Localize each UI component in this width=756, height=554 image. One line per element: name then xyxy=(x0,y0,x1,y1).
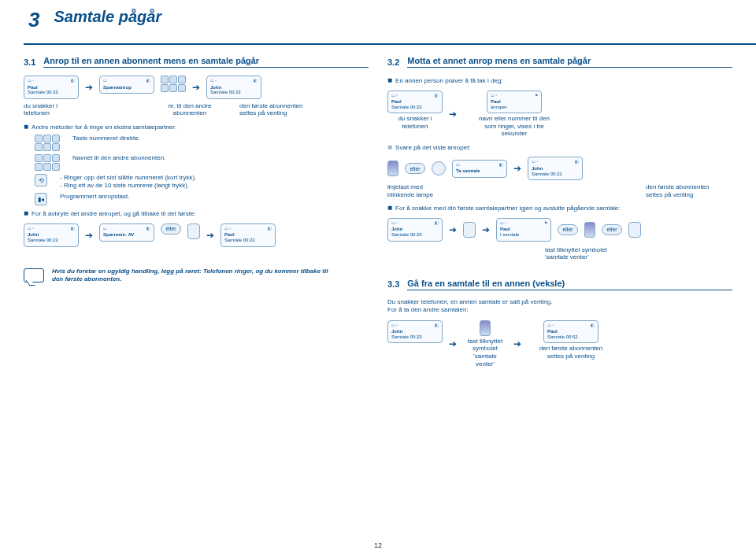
keypad-icon xyxy=(35,135,60,151)
ok-key-icon xyxy=(432,161,446,175)
arrow-icon: ➔ xyxy=(192,82,200,93)
line33a: Du snakker telefonen, en annen samtale e… xyxy=(387,298,732,306)
phone-screen: ▭ ▫◧ John Samtale 00:23 xyxy=(206,76,261,99)
screen-status: Samtale 00:52 xyxy=(547,334,595,340)
screen-status: Samtale 00:23 xyxy=(391,232,439,238)
screen-name: Paul xyxy=(391,99,439,105)
warning-text: Hvis du foretar en ugyldig handling, leg… xyxy=(52,268,335,283)
note-avbryte: ■For å avbryte det andre anropet, og gå … xyxy=(24,209,369,219)
or-pill: eller xyxy=(602,224,622,235)
screen-name: John xyxy=(391,227,439,232)
handset-icon xyxy=(628,222,641,238)
speech-bubble-icon xyxy=(24,268,44,283)
phone-screen: ▭◧ Ta samtale xyxy=(452,160,507,178)
caption: du snakker i telefonen xyxy=(24,102,79,117)
arrow-icon: ➔ xyxy=(85,82,93,93)
section-title: Gå fra en samtale til en annen (veksle) xyxy=(407,279,732,290)
section-number: 3.3 xyxy=(387,279,399,289)
screen-status: Samtale 00:23 xyxy=(28,238,75,243)
screen-name: John xyxy=(532,166,579,172)
flow-row-1: ▭ ▫◧ Paul Samtale 00:23 ➔ ▭◧ Spørreanrop… xyxy=(24,76,369,99)
redial-key-icon: ⟲ xyxy=(35,174,47,187)
phone-screen: ▭ ▫⚑ Paul anroper xyxy=(487,90,542,114)
desc: - Ringer opp det sist slåtte nummeret (k… xyxy=(60,174,196,190)
right-column: 3.2 Motta et annet anrop mens en samtale… xyxy=(387,56,732,372)
section-number: 3.1 xyxy=(24,57,35,67)
page-number: 12 xyxy=(374,541,382,549)
screen-status: Samtale 00:23 xyxy=(28,90,75,95)
caption: den første abonnenten settes på venting xyxy=(528,345,614,360)
caption: tast tilknyttet symbolet 'samtale venter… xyxy=(463,338,507,367)
intro-line: ■En annen person prøver å få tak i deg: xyxy=(387,76,732,86)
caption: den første abonnenten settes på venting xyxy=(646,183,732,198)
screen-title: Spørreanrop xyxy=(103,85,150,90)
phone-screen: ▭ ▫◧ John Samtale 00:23 xyxy=(387,218,443,242)
section-3-3-heading: 3.3 Gå fra en samtale til en annen (veks… xyxy=(387,279,732,290)
caption: den første abonnenten settes på venting xyxy=(239,102,318,117)
caption: du snakker i telefonen xyxy=(398,115,432,130)
phone-screen: ▭ ▫◧ John Samtale 00:23 xyxy=(387,320,443,344)
chapter-title: Samtale pågår xyxy=(54,8,161,26)
screen-status: Samtale 00:23 xyxy=(532,172,579,177)
chapter-number: 3 xyxy=(24,8,39,32)
screen-status: Samtale 00:23 xyxy=(210,90,258,95)
handset-icon xyxy=(187,223,200,239)
screen-name: Paul xyxy=(224,232,272,238)
keypad-icon xyxy=(35,154,60,171)
line33b: For å ta den andre samtalen: xyxy=(387,306,732,314)
screen-name: John xyxy=(210,85,258,90)
screen-title: Ta samtale xyxy=(456,168,503,174)
arrow-icon: ➔ xyxy=(206,230,214,241)
note-text: Andre metoder for å ringe en ekstra samt… xyxy=(32,124,176,131)
or-pill: eller xyxy=(405,163,425,174)
chapter-header: 3 Samtale pågår xyxy=(24,8,732,32)
left-column: 3.1 Anrop til en annen abonnent mens en … xyxy=(24,56,369,372)
note-svare: ■Svare på det viste anropet: xyxy=(387,142,732,153)
arrow-icon: ➔ xyxy=(482,224,490,235)
note-text: For å avbryte det andre anropet, og gå t… xyxy=(32,210,196,217)
screen-status: I samtale xyxy=(500,232,547,238)
note-text: Svare på det viste anropet: xyxy=(395,144,471,151)
line-lamp-icon xyxy=(387,161,398,176)
screen-name: Paul xyxy=(500,227,547,232)
note-andre-metoder: ■Andre metoder for å ringe en ekstra sam… xyxy=(24,122,369,132)
keypad-icon xyxy=(161,76,186,92)
phone-screen: ▭ ▫◧ Paul Samtale 00:52 xyxy=(543,320,598,344)
line-lamp-icon xyxy=(480,320,491,336)
screen-name: John xyxy=(28,232,75,238)
note-text: For å snakke med din første samtalepartn… xyxy=(395,205,621,212)
screen-name: Paul xyxy=(547,329,595,334)
screen-title: Spørreanr. AV xyxy=(103,232,150,238)
note-snakke: ■For å snakke med din første samtalepart… xyxy=(387,203,732,213)
section-3-2-heading: 3.2 Motta et annet anrop mens en samtale… xyxy=(387,56,732,68)
or-pill: eller xyxy=(161,223,181,235)
arrow-icon: ➔ xyxy=(449,109,457,120)
screen-name: Paul xyxy=(491,99,538,105)
arrow-icon: ➔ xyxy=(449,338,457,349)
section-title: Anrop til en annen abonnent mens en samt… xyxy=(43,56,369,68)
screen-status: anroper xyxy=(491,105,538,110)
or-pill: eller xyxy=(558,224,578,235)
caption: navn eller nummer til den som ringer, vi… xyxy=(463,115,565,138)
caption: tast tilknyttet symbolet 'samtale venter… xyxy=(545,246,732,261)
caption: linjetast med blinkende lampe xyxy=(387,183,443,198)
prog-key-icon: ▮◂ xyxy=(35,193,47,205)
arrow-icon: ➔ xyxy=(513,163,521,174)
section-number: 3.2 xyxy=(387,57,399,67)
chapter-rule xyxy=(24,43,756,45)
phone-screen: ▭ ▫◧ John Samtale 00:23 xyxy=(528,157,583,180)
desc: Navnet til den andre abonnenten. xyxy=(72,154,165,162)
screen-name: John xyxy=(391,329,439,334)
phone-screen: ▭ ▫⚑ Paul I samtale xyxy=(496,218,551,242)
desc: Programmert anropstast. xyxy=(60,193,129,201)
section-3-1-heading: 3.1 Anrop til en annen abonnent mens en … xyxy=(24,56,369,68)
screen-name: Paul xyxy=(28,85,75,90)
phone-screen: ▭ ▫◧ Paul Samtale 00:23 xyxy=(220,223,276,247)
line-lamp-icon xyxy=(584,222,595,238)
caption: nr. til den andre abonnenten xyxy=(162,102,217,117)
arrow-icon: ➔ xyxy=(85,230,93,241)
handset-icon xyxy=(463,222,476,238)
screen-status: Samtale 00:23 xyxy=(224,238,272,243)
desc: Taste nummeret direkte. xyxy=(72,135,140,142)
phone-screen: ▭ ▫◧ Paul Samtale 00:23 xyxy=(387,90,443,114)
